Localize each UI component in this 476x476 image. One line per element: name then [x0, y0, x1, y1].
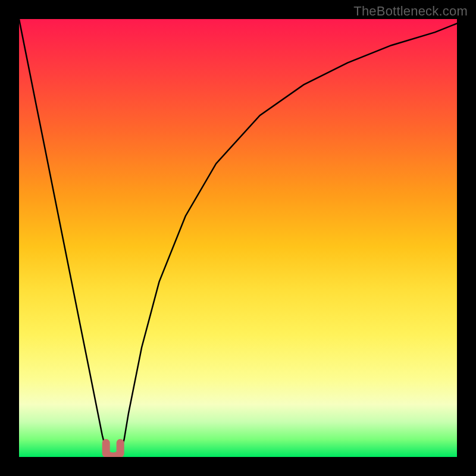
optimal-marker: [106, 443, 120, 456]
curve-overlay: [19, 19, 457, 457]
plot-area: [19, 19, 457, 457]
bottleneck-curve-left: [19, 19, 111, 457]
chart-frame: TheBottleneck.com: [0, 0, 476, 476]
watermark-text: TheBottleneck.com: [353, 4, 468, 19]
bottleneck-curve-right: [111, 23, 457, 457]
